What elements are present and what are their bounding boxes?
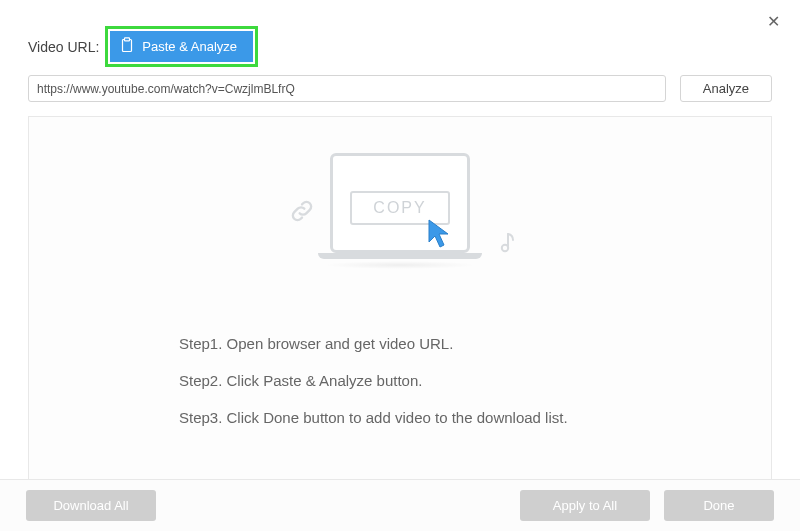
link-icon (288, 197, 316, 229)
step-3: Step3. Click Done button to add video to… (179, 409, 568, 426)
paste-analyze-button[interactable]: Paste & Analyze (110, 31, 253, 62)
input-row: Analyze (0, 67, 800, 102)
paste-analyze-label: Paste & Analyze (142, 39, 237, 54)
apply-to-all-button[interactable]: Apply to All (520, 490, 650, 521)
url-input[interactable] (28, 75, 666, 102)
analyze-button[interactable]: Analyze (680, 75, 772, 102)
music-note-icon (496, 231, 516, 259)
main-instructions-area: COPY Step1. Open browser and get video U… (28, 116, 772, 496)
step-1: Step1. Open browser and get video URL. (179, 335, 568, 352)
illustration: COPY (280, 153, 520, 297)
bottom-bar: Download All Apply to All Done (0, 479, 800, 531)
close-button[interactable]: ✕ (759, 8, 788, 35)
laptop-shadow (324, 261, 476, 269)
svg-rect-1 (125, 38, 130, 41)
download-all-button[interactable]: Download All (26, 490, 156, 521)
video-url-label: Video URL: (28, 39, 99, 55)
clipboard-icon (120, 37, 134, 56)
done-button[interactable]: Done (664, 490, 774, 521)
steps-container: Step1. Open browser and get video URL. S… (29, 335, 568, 446)
top-row: Video URL: Paste & Analyze (0, 0, 800, 67)
cursor-arrow-icon (426, 217, 460, 255)
laptop-base (318, 253, 482, 259)
step-2: Step2. Click Paste & Analyze button. (179, 372, 568, 389)
paste-highlight-box: Paste & Analyze (105, 26, 258, 67)
svg-point-2 (502, 245, 508, 251)
